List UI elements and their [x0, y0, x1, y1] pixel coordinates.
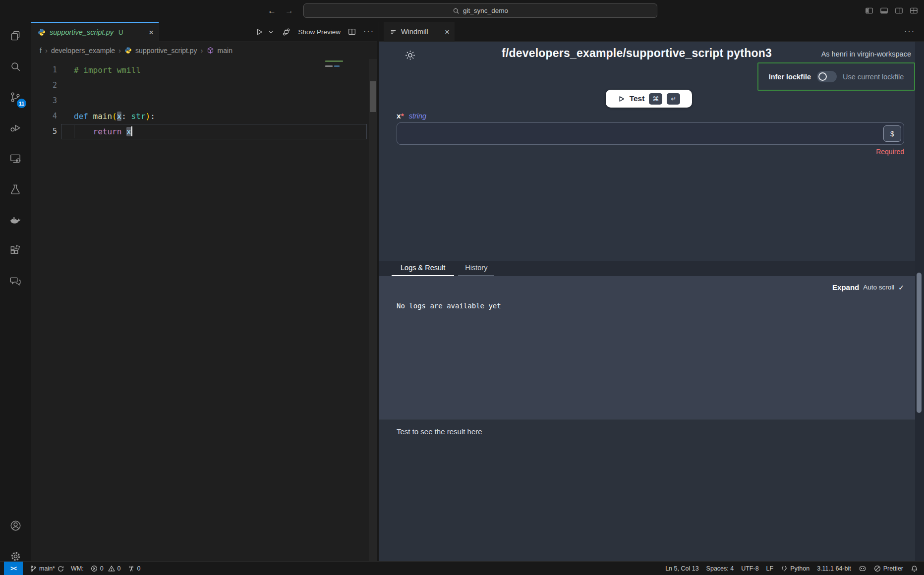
logs-empty-message: No logs are available yet: [397, 302, 501, 310]
status-bar: >< main* WM: 0 0 0 Ln 5, Col 13 Space: [0, 561, 924, 575]
minimap[interactable]: [323, 59, 346, 74]
run-python-file-icon[interactable]: [255, 27, 264, 37]
sync-icon: [58, 566, 64, 572]
toggle-sidebar-right-icon[interactable]: [895, 6, 903, 15]
tab-logs-result[interactable]: Logs & Result: [392, 261, 454, 276]
tab-close-icon[interactable]: ×: [149, 28, 154, 37]
eol-item[interactable]: LF: [766, 565, 774, 572]
code-line[interactable]: 1# import wmill: [31, 62, 369, 78]
customize-layout-icon[interactable]: [910, 6, 918, 15]
command-center-search[interactable]: git_sync_demo: [303, 3, 657, 18]
radio-tower-icon: [128, 565, 135, 572]
expand-button[interactable]: Expand: [832, 283, 859, 291]
docker-icon[interactable]: [3, 208, 27, 232]
history-forward-icon[interactable]: →: [285, 6, 293, 16]
auto-scroll-label[interactable]: Auto scroll: [863, 284, 894, 291]
panel-more-actions-icon[interactable]: ···: [904, 27, 915, 36]
checkmark-icon[interactable]: ✓: [898, 284, 904, 291]
history-back-icon[interactable]: ←: [268, 6, 276, 16]
code-line[interactable]: 5 return x: [31, 124, 369, 139]
comments-icon[interactable]: [3, 270, 27, 293]
windmill-tab-bar: Windmill × ···: [379, 22, 924, 42]
show-preview-button[interactable]: Show Preview: [298, 28, 341, 36]
breadcrumb-file[interactable]: supportive_script.py: [135, 47, 197, 55]
code-line[interactable]: 2: [31, 78, 369, 93]
cursor-position-item[interactable]: Ln 5, Col 13: [665, 565, 698, 572]
symbol-cube-icon: [207, 47, 214, 54]
copilot-icon[interactable]: [859, 565, 866, 573]
script-path-title: f/developers_example/supportive_script p…: [379, 47, 894, 60]
tab-modified-badge: U: [118, 29, 123, 36]
breadcrumb-folder[interactable]: developers_example: [51, 47, 115, 55]
test-button[interactable]: Test ⌘ ↵: [606, 90, 692, 108]
run-dropdown-chevron-icon[interactable]: [267, 28, 275, 36]
lockfile-toggle[interactable]: [817, 71, 837, 82]
required-message: Required: [397, 148, 904, 156]
accounts-icon[interactable]: [3, 514, 27, 537]
remote-indicator[interactable]: ><: [4, 562, 23, 575]
indentation-item[interactable]: Spaces: 4: [706, 565, 734, 572]
tab-supportive-script[interactable]: supportive_script.py U ×: [31, 22, 159, 42]
warning-icon: [108, 565, 115, 572]
breadcrumb: f › developers_example › supportive_scri…: [31, 42, 379, 59]
error-count: 0: [100, 565, 104, 572]
play-icon: [618, 95, 625, 103]
ports-item[interactable]: 0: [128, 565, 141, 572]
windmill-tab-close-icon[interactable]: ×: [445, 28, 450, 36]
line-number: 5: [31, 124, 57, 139]
toggle-sidebar-left-icon[interactable]: [865, 6, 873, 15]
notifications-bell-icon[interactable]: [911, 565, 918, 573]
breadcrumb-symbol[interactable]: main: [218, 47, 232, 55]
branch-name: main*: [39, 565, 55, 572]
toggle-knob: [818, 72, 827, 81]
port-count: 0: [137, 565, 141, 572]
search-view-icon[interactable]: [3, 55, 27, 78]
toggle-panel-icon[interactable]: [880, 6, 888, 15]
problems-item[interactable]: 0 0: [91, 565, 121, 572]
tab-history[interactable]: History: [458, 261, 494, 276]
testing-icon[interactable]: [3, 177, 27, 201]
editor-more-actions-icon[interactable]: ···: [363, 27, 374, 36]
line-number: 4: [31, 109, 57, 124]
windmill-tab-label: Windmill: [401, 28, 428, 36]
insert-variable-button[interactable]: $: [883, 125, 901, 142]
formatter-item[interactable]: Prettier: [874, 565, 903, 572]
run-debug-icon[interactable]: [3, 116, 27, 140]
line-number: 2: [31, 78, 57, 93]
result-panel: Test to see the result here: [379, 419, 915, 561]
argument-label: x*string: [397, 112, 426, 120]
result-placeholder: Test to see the result here: [397, 427, 482, 436]
source-control-icon[interactable]: 11: [3, 85, 27, 109]
infer-lockfile-label: Infer lockfile: [769, 73, 811, 81]
explorer-icon[interactable]: [3, 24, 27, 48]
split-editor-icon[interactable]: [347, 27, 356, 36]
line-number: 1: [31, 62, 57, 78]
arg-x-input[interactable]: [397, 122, 904, 145]
tab-windmill[interactable]: Windmill ×: [384, 22, 455, 42]
title-bar: ← → git_sync_demo: [0, 0, 924, 22]
git-branch-item[interactable]: main*: [30, 565, 64, 572]
breadcrumb-root[interactable]: f: [40, 47, 42, 55]
encoding-item[interactable]: UTF-8: [741, 565, 758, 572]
search-icon: [453, 7, 460, 14]
windmill-status-item[interactable]: WM:: [71, 565, 84, 572]
python-file-icon: [124, 47, 132, 54]
vscode-window: ← → git_sync_demo: [0, 0, 924, 575]
extensions-icon[interactable]: [3, 239, 27, 263]
python-interpreter-item[interactable]: 3.11.1 64-bit: [817, 565, 851, 572]
editor-scrollbar[interactable]: [369, 59, 377, 561]
code-line[interactable]: 4def main(x: str):: [31, 109, 369, 124]
remote-explorer-icon[interactable]: [3, 147, 27, 171]
python-file-icon: [38, 28, 46, 36]
required-asterisk: *: [401, 112, 404, 120]
tab-label: supportive_script.py: [50, 28, 114, 36]
search-value: git_sync_demo: [463, 7, 508, 14]
git-compare-icon[interactable]: [282, 27, 291, 37]
language-mode-item[interactable]: Python: [781, 565, 809, 572]
braces-icon: [781, 565, 788, 572]
panel-scrollbar-slider[interactable]: [917, 273, 922, 413]
editor-scrollbar-slider[interactable]: [370, 81, 376, 112]
code-lines: 1# import wmill234def main(x: str):5 ret…: [31, 62, 369, 139]
code-line[interactable]: 3: [31, 93, 369, 109]
language-label: Python: [790, 565, 809, 572]
